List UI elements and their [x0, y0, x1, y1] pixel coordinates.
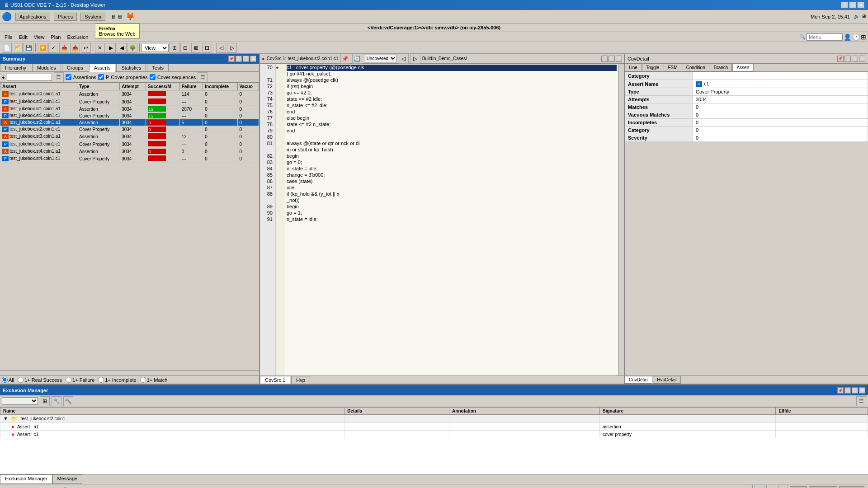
table-row[interactable]: Atest_jukebox.st0.coin1.a1 Assertion 303… [0, 90, 259, 98]
assert-filter-input[interactable] [7, 74, 52, 81]
detail-pin-btn[interactable]: 📌 [837, 56, 844, 62]
nav-left[interactable]: ◁ [216, 43, 226, 53]
tab-groups[interactable]: Groups [62, 64, 88, 71]
tree-button[interactable]: 🌳 [127, 43, 137, 53]
detail-close-btn[interactable]: ✕ [859, 56, 865, 62]
menu-view[interactable]: View [31, 33, 47, 41]
excl-list-btn[interactable]: ☰ [856, 396, 866, 406]
excl-tool-1[interactable]: ⊞ [40, 396, 50, 406]
system-button[interactable]: System [80, 13, 105, 21]
list-item[interactable]: ▼ 📁 test_jukebox.st2.coin1 [0, 415, 868, 423]
table-row[interactable]: Atest_jukebox.st4.coin1.a1 Assertion 303… [0, 148, 259, 155]
filter-all[interactable]: All [2, 377, 14, 383]
detail-tab-fsm[interactable]: FSM [664, 64, 681, 71]
list-item[interactable]: ● Assert : a1 assertion [0, 423, 868, 431]
summary-max-button[interactable]: □ [243, 56, 249, 62]
table-row[interactable]: Atest_jukebox.st3.coin1.a1 Assertion 303… [0, 133, 259, 141]
table-row[interactable]: Atest_jukebox.st2.coin1.a1 Assertion 303… [0, 119, 259, 126]
view-combo[interactable]: View [142, 44, 169, 52]
col-failure[interactable]: Failure [179, 83, 203, 90]
menu-exclusion[interactable]: Exclusion [64, 33, 91, 41]
excl-col-details[interactable]: Details [344, 408, 449, 415]
status-layout-btn1[interactable]: ⊞ [743, 485, 753, 488]
summary-min-button[interactable]: _ [236, 56, 242, 62]
detail-tab-condition[interactable]: Condition [682, 64, 709, 71]
col-type[interactable]: Type [77, 83, 120, 90]
status-layout-btn3[interactable]: ⊠ [766, 485, 776, 488]
source-pin[interactable]: 📌 [340, 54, 350, 64]
status-waveutil[interactable]: waveUtil [839, 486, 864, 488]
detail-tab-assert[interactable]: Assert [732, 64, 753, 71]
source-min-btn[interactable]: _ [601, 56, 608, 62]
status-layout-btn2[interactable]: ⊟ [755, 485, 764, 488]
layout-btn-1[interactable]: ⊞ [170, 43, 179, 53]
col-vacuous[interactable]: Vacuo [237, 83, 259, 90]
excl-col-annotation[interactable]: Annotation [449, 408, 600, 415]
save-button[interactable]: 💾 [24, 43, 33, 53]
assert-scrollbar-h[interactable] [0, 370, 259, 375]
excl-pin-btn[interactable]: 📌 [837, 387, 844, 394]
detail-bottom-tab-hvp[interactable]: HvpDetail [653, 376, 680, 384]
excl-close-btn[interactable]: ✕ [859, 387, 865, 394]
new-button[interactable]: 📄 [2, 43, 12, 53]
close-button[interactable]: ✕ [857, 2, 864, 8]
tab-statistics[interactable]: Statistics [116, 64, 146, 71]
cover-props-checkbox[interactable] [98, 74, 104, 80]
tab-asserts[interactable]: Asserts [89, 64, 116, 72]
assertions-checkbox[interactable] [66, 74, 71, 80]
source-tab-covsrc[interactable]: CovSrc.1 [260, 376, 290, 384]
source-nav-right[interactable]: ▷ [410, 54, 420, 64]
table-row[interactable]: Ptest_jukebox.st4.coin1.c1 Cover Propert… [0, 155, 259, 163]
detail-min-btn[interactable]: _ [844, 56, 851, 62]
assert-view-toggle[interactable]: ☰ [54, 72, 64, 82]
places-button[interactable]: Places [54, 13, 77, 21]
maximize-button[interactable]: □ [849, 2, 856, 8]
col-success[interactable]: Success/M [146, 83, 179, 90]
source-dropdown[interactable]: Uncovered All [364, 55, 397, 62]
excl-tool-3[interactable]: 🔨 [63, 396, 73, 406]
detail-tab-toggle[interactable]: Toggle [642, 64, 663, 71]
filter-button[interactable]: 🔽 [38, 43, 47, 53]
nav-right[interactable]: ▷ [227, 43, 237, 53]
exc-tab-manager[interactable]: Exclusion Manager [0, 474, 52, 484]
detail-tab-line[interactable]: Line [625, 64, 642, 71]
table-row[interactable]: Atest_jukebox.st1.coin1.a1 Assertion 303… [0, 106, 259, 113]
cover-seqs-checkbox[interactable] [150, 74, 156, 80]
tab-hierarchy[interactable]: Hierarchy [0, 64, 31, 71]
detail-max-btn[interactable]: □ [852, 56, 858, 62]
import-button[interactable]: 📥 [70, 43, 80, 53]
exclusion-filter-combo[interactable] [2, 397, 38, 405]
source-sync[interactable]: 🔄 [352, 54, 362, 64]
excl-col-name[interactable]: Name [0, 408, 344, 415]
exc-tab-message[interactable]: Message [52, 474, 83, 484]
status-video-ml[interactable]: Video_ML [809, 486, 837, 488]
excl-col-elffile[interactable]: Elffile [776, 408, 868, 415]
col-incomplete[interactable]: Incomplete [203, 83, 237, 90]
detail-bottom-tab-covdetail[interactable]: CovDetail [625, 376, 652, 384]
filter-match[interactable]: 1+ Match [140, 377, 168, 383]
layout-btn-3[interactable]: ⊠ [191, 43, 201, 53]
table-row[interactable]: Ptest_jukebox.st2.coin1.c1 Cover Propert… [0, 126, 259, 133]
source-tab-hvp[interactable]: Hvp [291, 376, 310, 384]
menu-edit[interactable]: Edit [16, 33, 30, 41]
table-row[interactable]: Ptest_jukebox.st3.coin1.c1 Cover Propert… [0, 141, 259, 148]
list-item[interactable]: ● Assert : c1 cover property [0, 431, 868, 438]
source-close-btn[interactable]: ✕ [616, 56, 622, 62]
excl-min-btn[interactable]: _ [844, 387, 851, 394]
filter-success[interactable]: 1+ Real Success [18, 377, 62, 383]
applications-button[interactable]: Applications [15, 13, 50, 21]
layout-btn-2[interactable]: ⊟ [180, 43, 190, 53]
undo-button[interactable]: ↩ [81, 43, 91, 53]
cancel-button[interactable]: ✕ [95, 43, 105, 53]
source-scrollbar-v[interactable] [618, 64, 624, 375]
summary-pin-button[interactable]: 📌 [228, 56, 235, 62]
minimize-button[interactable]: _ [841, 2, 848, 8]
excl-tool-2[interactable]: 🔧 [52, 396, 61, 406]
excl-col-signature[interactable]: Signature [599, 408, 775, 415]
source-nav-left[interactable]: ◁ [399, 54, 409, 64]
col-assert[interactable]: Assert [0, 83, 77, 90]
tab-tests[interactable]: Tests [147, 64, 169, 71]
firefox-icon[interactable]: 🦊 [126, 12, 135, 21]
export-button[interactable]: 📤 [59, 43, 69, 53]
table-row[interactable]: Ptest_jukebox.st1.coin1.c1 Cover Propert… [0, 113, 259, 119]
